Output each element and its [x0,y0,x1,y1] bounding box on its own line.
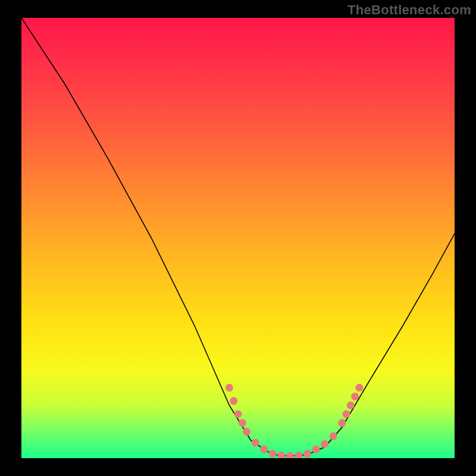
highlight-point [286,452,294,458]
highlight-point [338,419,346,427]
highlight-point [343,411,350,418]
highlight-point [243,428,250,436]
highlight-point [351,393,359,400]
highlight-points-group [226,384,363,458]
highlight-point [303,450,311,458]
chart-frame: TheBottleneck.com [0,0,476,476]
highlight-point [330,433,337,440]
highlight-point [277,452,285,458]
highlight-point [321,440,328,448]
bottleneck-curve [21,18,455,458]
highlight-point [239,419,246,427]
highlight-point [230,397,237,405]
watermark-text: TheBottleneck.com [347,2,471,18]
highlight-point [260,446,268,453]
highlight-point [234,411,242,418]
highlight-point [355,384,363,392]
highlight-point [347,402,355,409]
highlight-point [269,450,277,458]
highlight-point [252,439,259,447]
curve-path [21,18,455,456]
highlight-point [295,452,302,458]
plot-area [21,18,455,458]
highlight-point [226,384,233,392]
highlight-point [312,446,320,453]
